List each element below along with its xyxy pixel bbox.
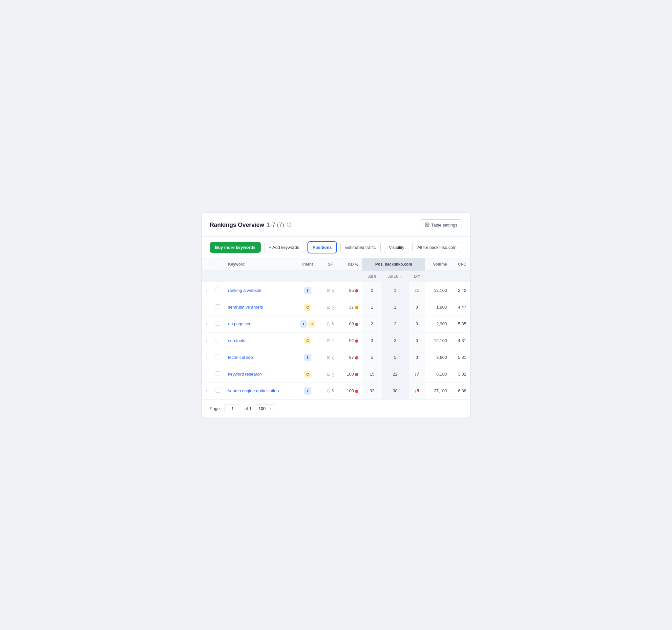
jul9-cell: 33 [362,382,382,399]
tab-estimated-traffic[interactable]: Estimated traffic [340,242,381,253]
keyword-link[interactable]: on page seo [228,321,252,326]
diff-col-header: Diff [409,271,425,282]
diff-cell: ↓7 [409,366,425,382]
intent-badge: I [304,287,311,294]
expand-icon[interactable]: › [206,322,207,326]
expand-icon[interactable]: › [206,389,207,393]
intent-badge: I [304,354,311,361]
diff-cell: 0 [409,332,425,349]
kd-value: 87 [349,355,354,360]
cpc-cell: 4.47 [451,299,470,316]
add-keywords-button[interactable]: + Add keywords [264,242,304,253]
kd-cell: 100 [339,382,362,399]
info-icon[interactable]: ⓘ [287,222,291,228]
row-checkbox[interactable] [216,388,220,393]
per-page-select[interactable]: 10 25 50 100 [255,404,275,413]
volume-cell: 27,100 [425,382,451,399]
row-checkbox[interactable] [216,287,220,292]
expand-icon[interactable]: › [206,339,207,343]
kd-indicator [355,323,358,326]
expand-icon[interactable]: › [206,355,207,360]
row-checkbox-cell [212,366,224,382]
page-title: Rankings Overview 1-7 (7) ⓘ [210,221,291,229]
diff-cell: 0 [409,349,425,366]
row-checkbox[interactable] [216,321,220,326]
sf-image-icon: ⊡ [327,338,330,343]
jul16-cell: 1 [382,299,409,316]
expand-cell[interactable]: › [202,316,212,332]
kd-value: 37 [349,305,354,309]
expand-cell[interactable]: › [202,349,212,366]
intent-badge: C [304,337,311,344]
expand-icon[interactable]: › [206,288,207,293]
row-checkbox-cell [212,299,224,316]
expand-icon[interactable]: › [206,372,207,377]
keyword-link[interactable]: semrush vs ahrefs [228,305,263,309]
table-row: ›keyword researchC ⊡ 5 1001522↓78,1003.8… [202,366,470,382]
sf-cell: ⊡ 6 [321,316,339,332]
table-settings-button[interactable]: Table settings [420,219,463,231]
row-checkbox-cell [212,332,224,349]
intent-badge-c: C [308,321,315,328]
row-checkbox[interactable] [216,338,220,343]
svg-point-0 [426,224,428,225]
keyword-link[interactable]: ranking a website [228,288,261,293]
jul16-cell: 1 [382,282,409,299]
row-checkbox[interactable] [216,354,220,359]
expand-cell[interactable]: › [202,382,212,399]
page-input[interactable] [224,404,241,413]
jul16-cell: 5 [382,349,409,366]
row-checkbox-cell [212,282,224,299]
expand-cell[interactable]: › [202,332,212,349]
keyword-link[interactable]: search engine optimization [228,388,279,393]
buy-keywords-button[interactable]: Buy more keywords [210,242,261,253]
pos-group-header: Pos. backlinko.com [362,258,425,271]
sf-cell: ⊡ 4 [321,332,339,349]
table-row: ›seo toolsC ⊡ 4 9233012,1004.31 [202,332,470,349]
kd-cell: 100 [339,366,362,382]
select-all-checkbox[interactable] [216,262,220,266]
keyword-link[interactable]: keyword research [228,372,262,377]
jul9-col-header: Jul 9 [362,271,382,282]
row-checkbox-cell [212,349,224,366]
intent-cell: IC [294,316,321,332]
sf-image-icon: ⊡ [327,288,330,293]
tab-all-for[interactable]: All for backlinko.com [412,242,461,253]
keyword-link[interactable]: technical seo [228,355,253,360]
intent-col-header: Intent [294,258,321,271]
kd-indicator [355,306,358,309]
sf-image-icon: ⊡ [327,355,330,360]
tab-positions[interactable]: Positions [308,241,337,253]
keyword-cell: seo tools [224,332,294,349]
sort-icon: ⇅ [400,275,403,278]
expand-cell[interactable]: › [202,366,212,382]
kd-indicator [355,356,358,359]
table-row: ›semrush vs ahrefsC ⊡ 6 371101,9004.47 [202,299,470,316]
diff-value: 0 [416,305,418,309]
intent-cell: I [294,349,321,366]
diff-value: ↓5 [415,388,419,393]
tab-visibility[interactable]: Visibility [384,242,409,253]
sf-number: 6 [332,305,334,309]
table-body: ›ranking a websiteI ⊡ 6 8521↑112,1002.42… [202,282,470,399]
expand-cell[interactable]: › [202,282,212,299]
expand-icon[interactable]: › [206,305,207,309]
jul9-cell: 1 [362,299,382,316]
expand-cell[interactable]: › [202,299,212,316]
row-checkbox[interactable] [216,371,220,376]
intent-badge: C [304,371,311,378]
intent-cell: I [294,382,321,399]
jul9-cell: 2 [362,316,382,332]
sf-image-icon: ⊡ [327,321,330,326]
sf-cell: ⊡ 6 [321,282,339,299]
cpc-cell: 5.31 [451,349,470,366]
row-checkbox[interactable] [216,304,220,309]
keyword-cell: keyword research [224,366,294,382]
table-row: ›ranking a websiteI ⊡ 6 8521↑112,1002.42 [202,282,470,299]
kd-value: 85 [349,288,354,293]
table-settings-label: Table settings [431,223,458,228]
cpc-col-header: CPC [451,258,470,271]
intent-badge: C [304,304,311,311]
jul16-col-header[interactable]: Jul 16 ⇅ [382,271,409,282]
keyword-link[interactable]: seo tools [228,338,245,343]
